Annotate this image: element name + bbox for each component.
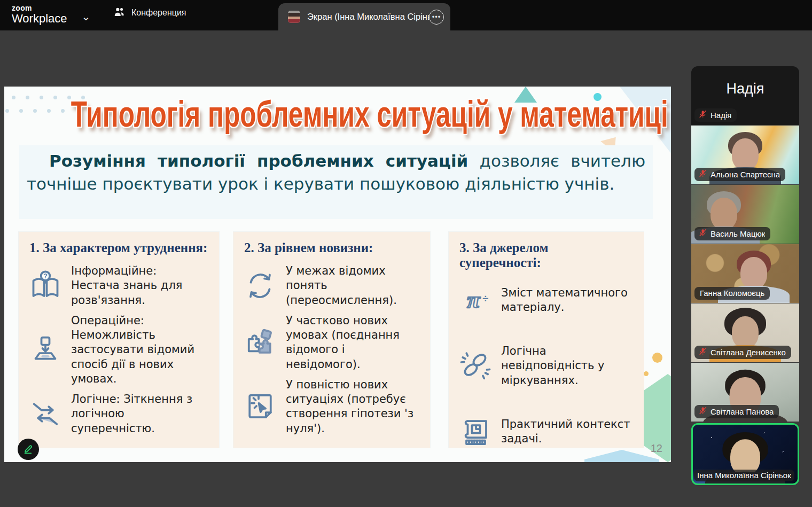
decor-dots-row [5,109,65,113]
slide-intro-paragraph: Розуміння типології проблемних ситуацій … [19,145,653,219]
chevron-down-icon[interactable]: ⌄ [79,10,93,24]
svg-text:÷: ÷ [482,293,488,305]
item-text: Логічна невідповідність у міркуваннях. [501,344,633,388]
participant-tile-alona[interactable]: Альона Спартесна [691,126,799,184]
item-text: У межах відомих понять (переосмислення). [286,264,419,308]
item-text: Практичний контекст задачі. [501,417,633,447]
item-text: Логічне: Зіткнення з логічною суперечніс… [71,392,208,436]
book-question-icon: ? [29,270,61,302]
name-badge: Світлана Панова [694,405,779,418]
list-item: У межах відомих понять (переосмислення). [244,264,419,308]
slide-page-number: 12 [651,442,662,455]
mic-muted-icon [699,110,707,120]
card-heading: 3. За джерелом суперечності: [459,240,633,270]
name-badge: Ганна Коломоєць [694,287,770,300]
typology-cards: 1. За характером утруднення: ? [4,232,671,448]
svg-text:?: ? [43,272,48,280]
stamp-icon [29,334,61,366]
people-icon [113,6,125,19]
mic-muted-icon [699,347,707,357]
tab-screen-share[interactable]: Экран (Інна Миколаївна Сіріньок) ••• [278,3,450,30]
list-item: Логічне: Зіткнення з логічною суперечніс… [29,392,208,436]
participant-name: Інна Миколаївна Сіріньок [697,471,791,480]
list-item: Операційне: Неможливість застосувати від… [29,314,208,386]
item-text: Операційне: Неможливість застосувати від… [71,314,208,386]
name-badge: Альона Спартесна [694,168,785,181]
name-badge: Василь Мацюк [694,227,770,240]
pi-division-icon: π ÷ [459,284,491,316]
participant-tile-vasyl[interactable]: Василь Мацюк [691,185,799,244]
item-text: Інформаційне: Нестача знань для розв'яза… [71,264,208,308]
logo-zoom-text: zoom [12,4,67,12]
name-badge: Світлана Денисенко [694,346,791,359]
item-text: Зміст математичного матеріалу. [501,286,633,315]
broken-chain-icon [459,350,491,382]
avatar [288,11,300,23]
click-page-icon [244,391,276,423]
refresh-icon [244,270,276,302]
list-item: У повністю нових ситуаціях (потребує ств… [244,378,419,436]
participant-tile-inna-active-speaker[interactable]: Інна Миколаївна Сіріньок [691,423,799,485]
card-heading: 2. За рівнем новизни: [244,240,419,255]
zoom-meeting-window: zoom Workplace ⌄ Конференция Экран (Інна… [0,0,812,507]
participant-name: Світлана Панова [710,407,774,416]
list-item: ? Інформаційне: Нестача знань для розв'я… [29,264,208,308]
intro-bold-text: Розуміння типології проблемних ситуацій [49,151,468,170]
participant-tile-svitlana-p[interactable]: Світлана Панова [691,363,799,422]
participant-tile-svitlana-d[interactable]: Світлана Денисенко [691,303,799,362]
opposing-arrows-icon [29,398,61,430]
tab-conference-label: Конференция [131,8,186,18]
list-item: У частково нових умовах (поєднання відом… [244,314,419,372]
card-source-of-contradiction: 3. За джерелом суперечності: π ÷ Зміст м… [449,232,644,448]
mic-muted-icon [699,407,707,416]
card-character-of-difficulty: 1. За характером утруднення: ? [19,232,219,448]
list-item: Практичний контекст задачі. [459,416,633,448]
logo-workplace-text: Workplace [12,12,67,25]
list-item: Логічна невідповідність у міркуваннях. [459,344,633,388]
annotate-pencil-button[interactable] [18,439,39,460]
mic-muted-icon [699,229,707,238]
pencil-icon [22,443,34,456]
tab-conference[interactable]: Конференция [113,6,186,19]
name-badge: Інна Миколаївна Сіріньок [694,470,794,481]
blueprint-icon [459,416,491,448]
svg-text:π: π [467,286,481,313]
card-heading: 1. За характером утруднення: [29,240,208,255]
participant-display-name: Надія [691,66,799,111]
puzzle-icon [244,326,276,358]
tab-screen-label: Экран (Інна Миколаївна Сіріньок) [307,12,429,22]
participant-name: Світлана Денисенко [710,348,786,357]
list-item: π ÷ Зміст математичного матеріалу. [459,284,633,316]
item-text: У частково нових умовах (поєднання відом… [286,314,419,372]
ellipsis-icon[interactable]: ••• [429,10,444,25]
decor-hexagon [584,450,659,462]
participant-name: Надія [710,111,731,120]
item-text: У повністю нових ситуаціях (потребує ств… [286,378,419,436]
participants-strip: Надія Надія [691,66,799,486]
participant-tile-nadia[interactable]: Надія Надія [691,66,799,125]
participant-tile-hanna[interactable]: Ганна Коломоєць [691,244,799,303]
shared-screen-slide: Типологія проблемних ситуацій у математи… [4,87,671,462]
mic-muted-icon [699,169,707,179]
top-bar: zoom Workplace ⌄ Конференция Экран (Інна… [0,0,812,30]
name-badge: Надія [694,108,737,122]
card-level-of-novelty: 2. За рівнем новизни: У межах відомих по… [233,232,430,448]
participant-name: Василь Мацюк [710,229,765,238]
zoom-workplace-logo: zoom Workplace [12,4,67,25]
participant-name: Альона Спартесна [710,170,780,179]
slide-title: Типологія проблемних ситуацій у математи… [71,93,604,135]
participant-name: Ганна Коломоєць [700,288,764,298]
